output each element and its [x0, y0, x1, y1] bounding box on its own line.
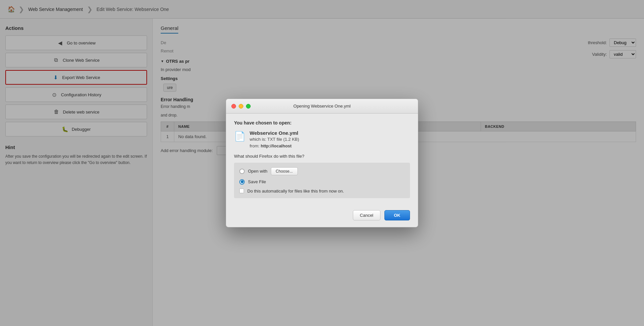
- open-with-radio[interactable]: [239, 169, 245, 174]
- file-name: Webservice One.yml: [250, 130, 299, 136]
- choose-button[interactable]: Choose...: [271, 167, 298, 175]
- file-details: Webservice One.yml which is: TXT file (1…: [250, 130, 299, 148]
- dialog-options-box: Open with Choose... Save File Do this au…: [234, 163, 410, 198]
- auto-checkbox-row: Do this automatically for files like thi…: [239, 189, 405, 194]
- open-with-label: Open with: [248, 169, 268, 174]
- open-with-row: Open with Choose...: [239, 167, 405, 175]
- dialog-footer: Cancel OK: [226, 205, 418, 227]
- dialog-title: Opening Webservice One.yml: [293, 104, 351, 109]
- dialog-file-row: 📄 Webservice One.yml which is: TXT file …: [234, 130, 410, 148]
- auto-checkbox[interactable]: [239, 189, 244, 193]
- save-file-row: Save File: [239, 179, 405, 185]
- dialog-overlay: Opening Webservice One.yml You have chos…: [0, 0, 644, 326]
- dialog-body: You have chosen to open: 📄 Webservice On…: [226, 114, 418, 204]
- ok-button[interactable]: OK: [384, 210, 410, 220]
- auto-label: Do this automatically for files like thi…: [247, 189, 344, 194]
- cancel-button[interactable]: Cancel: [353, 210, 380, 220]
- save-file-radio[interactable]: [239, 179, 245, 185]
- maximize-traffic-light[interactable]: [246, 104, 251, 109]
- file-info: which is: TXT file (1.2 KB): [250, 136, 299, 143]
- dialog-choose-title: You have chosen to open:: [234, 120, 410, 125]
- save-file-label: Save File: [248, 179, 266, 184]
- file-icon: 📄: [234, 131, 246, 142]
- dialog-question: What should Firefox do with this file?: [234, 154, 410, 159]
- close-traffic-light[interactable]: [231, 104, 236, 109]
- file-open-dialog: Opening Webservice One.yml You have chos…: [226, 99, 418, 227]
- traffic-lights: [231, 104, 251, 109]
- minimize-traffic-light[interactable]: [239, 104, 243, 109]
- radio-dot: [241, 180, 244, 183]
- file-from: from: http://localhost: [250, 143, 299, 148]
- dialog-titlebar: Opening Webservice One.yml: [226, 99, 418, 114]
